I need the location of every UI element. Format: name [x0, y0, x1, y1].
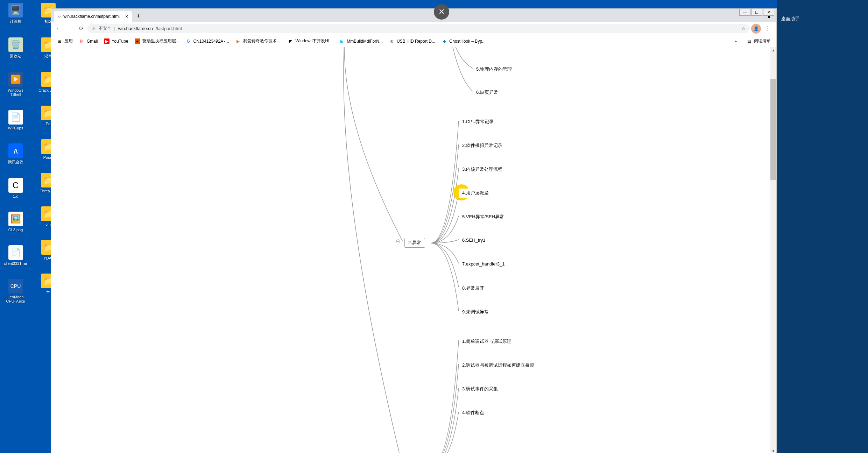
- bookmarks-overflow-button[interactable]: »: [734, 39, 737, 44]
- microsoft-icon: ⊞: [339, 38, 345, 44]
- scrollbar-track[interactable]: ▲ ▼: [770, 47, 776, 453]
- play-icon: ▶: [235, 38, 241, 44]
- tshell-icon: ▶️: [8, 72, 23, 87]
- tab-close-button[interactable]: ×: [125, 14, 128, 19]
- mindmap-leaf[interactable]: 1.简单调试器与调试原理: [459, 337, 515, 346]
- forward-button[interactable]: →: [65, 24, 75, 34]
- bookmark-driver[interactable]: ● 驱动里执行应用层...: [132, 37, 182, 45]
- mindmap-leaf[interactable]: 8.异常展开: [459, 284, 488, 293]
- url-host: win.hackflame.cn: [118, 26, 153, 31]
- device-icon: ⎋: [389, 38, 395, 44]
- apps-icon: ⊞: [57, 38, 62, 44]
- bookmarks-bar: ⊞ 应用 M Gmail ▶ YouTube ● 驱动里执行应用层... G C…: [51, 35, 776, 47]
- new-tab-button[interactable]: +: [136, 13, 140, 22]
- tab-bar: ○ win.hackflame.cn/lastpart.html × + ●: [51, 9, 776, 22]
- mindmap-leaf[interactable]: 1.CPU异常记录: [459, 117, 497, 126]
- c-file-icon: C: [8, 178, 23, 193]
- page-content[interactable]: 5.物理内存的管理 6.缺页异常 2.异常 1.CPU异常记录 2.软件模拟异常…: [51, 47, 776, 453]
- reload-button[interactable]: ⟳: [76, 24, 86, 34]
- bookmark-patent[interactable]: G CN104123492A -...: [183, 37, 232, 45]
- desktop-icon-cpuv[interactable]: CPU LeoMoon CPU-V.exe: [2, 279, 29, 303]
- desktop-icon-client[interactable]: 📄 client0331.rar: [2, 245, 29, 266]
- image-file-icon: 🖼️: [8, 212, 23, 226]
- bookmark-legend[interactable]: ▶ 我爱传奇教你技术-...: [233, 37, 284, 45]
- desktop-icon-tencent[interactable]: ∧ 腾讯会议: [2, 143, 29, 165]
- mindmap-leaf[interactable]: 4.软件断点: [459, 408, 488, 417]
- scroll-down-arrow[interactable]: ▼: [770, 448, 776, 453]
- gmail-icon: M: [79, 38, 85, 44]
- insecure-label: 不安全: [99, 26, 111, 31]
- close-window-button[interactable]: ✕: [763, 9, 774, 16]
- rar-file-icon: 📄: [8, 245, 23, 260]
- desktop-icon-cl3[interactable]: 🖼️ CL3.png: [2, 212, 29, 232]
- back-button[interactable]: ←: [54, 24, 64, 34]
- overlay-close-button[interactable]: ✕: [434, 4, 449, 20]
- maximize-button[interactable]: ☐: [751, 9, 762, 16]
- bookmark-star-icon[interactable]: ☆: [741, 26, 746, 31]
- window-controls: — ☐ ✕: [739, 9, 774, 16]
- desktop-icon-recycle[interactable]: 🗑️ 回收站: [2, 37, 29, 59]
- insecure-icon: ⚠: [92, 26, 96, 31]
- url-bar: ← → ⟳ ⚠ 不安全 | win.hackflame.cn/lastpart.…: [51, 22, 776, 35]
- reading-list-button[interactable]: ▤ 阅读清单: [743, 37, 774, 45]
- csdn-icon: ●: [135, 38, 140, 44]
- mindmap-leaf[interactable]: 5.VEH异常/SEH异常: [459, 212, 508, 221]
- mindmap-leaf[interactable]: 9.未调试异常: [459, 307, 492, 317]
- google-icon: G: [186, 38, 191, 44]
- mindmap-leaf[interactable]: 3.内核异常处理流程: [459, 165, 506, 174]
- bookmark-ghosthook[interactable]: ◆ GhostHook – Byp...: [439, 37, 488, 45]
- mindmap-leaf[interactable]: 5.物理内存的管理: [473, 65, 515, 74]
- minimize-button[interactable]: —: [739, 9, 750, 16]
- cpu-app-icon: CPU: [8, 279, 23, 293]
- browser-tab[interactable]: ○ win.hackflame.cn/lastpart.html ×: [54, 11, 132, 22]
- bookmark-apps[interactable]: ⊞ 应用: [54, 37, 76, 45]
- bookmark-gmail[interactable]: M Gmail: [76, 37, 100, 45]
- bookmark-youtube[interactable]: ▶ YouTube: [101, 37, 131, 45]
- url-path: /lastpart.html: [156, 26, 182, 31]
- recycle-bin-icon: 🗑️: [8, 37, 23, 52]
- mindmap-leaf[interactable]: 2.调试器与被调试进程如何建立桥梁: [459, 361, 538, 370]
- desktop-icon-computer[interactable]: 🖥️ 计算机: [2, 3, 29, 24]
- mindmap-leaf[interactable]: 6.SEH_try1: [459, 236, 489, 244]
- right-panel: 桌面助手: [777, 0, 868, 453]
- computer-icon: 🖥️: [8, 3, 23, 17]
- chrome-menu-button[interactable]: ⋮: [762, 24, 774, 33]
- bookmark-usbhid[interactable]: ⎋ USB HID Report D...: [386, 37, 438, 45]
- profile-button[interactable]: 👤: [751, 24, 761, 34]
- browser-window: — ☐ ✕ ○ win.hackflame.cn/lastpart.html ×…: [51, 8, 777, 453]
- mindmap-leaf[interactable]: 4.用户层派发: [459, 189, 492, 198]
- tencent-meeting-icon: ∧: [8, 143, 23, 158]
- tab-favicon: ○: [58, 14, 61, 19]
- wpcups-icon: 📄: [8, 110, 23, 125]
- mindmap-parent-exception[interactable]: 2.异常: [404, 238, 425, 248]
- desktop-icon-cfile[interactable]: C 1.c: [2, 178, 29, 198]
- mindmap-leaf[interactable]: 2.软件模拟异常记录: [459, 141, 506, 150]
- mindmap-leaf[interactable]: 6.缺页异常: [473, 88, 502, 97]
- mindmap-leaf[interactable]: 7.expcet_handler3_1: [459, 260, 508, 268]
- profile-avatar-icon: 👤: [754, 26, 759, 31]
- mindmap-svg: [51, 47, 776, 453]
- tab-title: win.hackflame.cn/lastpart.html: [63, 14, 120, 19]
- reading-list-icon: ▤: [746, 38, 752, 44]
- bookmark-mmbuild[interactable]: ⊞ MmBuildMdlForN...: [336, 37, 386, 45]
- scroll-up-arrow[interactable]: ▲: [770, 47, 776, 53]
- desktop-icon-wpcups[interactable]: 📄 WPCups: [2, 110, 29, 130]
- right-panel-title: 桌面助手: [777, 0, 868, 38]
- triangle-icon: ◤: [288, 38, 294, 44]
- diamond-icon: ◆: [442, 38, 447, 44]
- bookmark-windev[interactable]: ◤ Windows下开发HI...: [285, 37, 336, 45]
- mindmap-leaf[interactable]: 3.调试事件的采集: [459, 384, 501, 394]
- scrollbar-thumb[interactable]: [770, 79, 776, 180]
- desktop-icon-tshell[interactable]: ▶️ Windows TShell: [2, 72, 29, 97]
- youtube-icon: ▶: [104, 38, 110, 44]
- address-bar[interactable]: ⚠ 不安全 | win.hackflame.cn/lastpart.html ☆: [87, 24, 750, 33]
